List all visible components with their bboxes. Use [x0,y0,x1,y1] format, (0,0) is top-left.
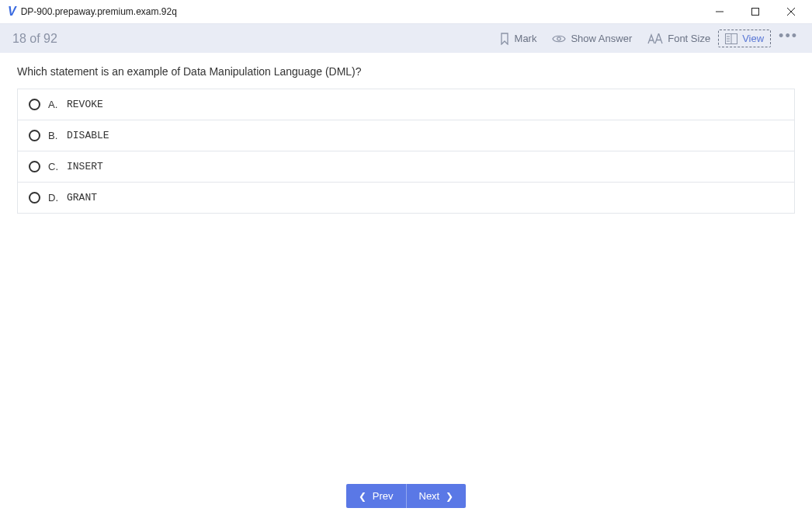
choice-a[interactable]: A. REVOKE [18,89,794,120]
radio-icon [29,192,40,204]
next-label: Next [419,490,440,502]
minimize-button[interactable] [702,0,737,23]
question-counter: 18 of 92 [12,32,57,46]
chevron-right-icon: ❯ [446,492,453,501]
chevron-left-icon: ❮ [359,492,366,501]
choice-c[interactable]: C. INSERT [18,151,794,183]
view-button[interactable]: View [718,30,771,47]
svg-point-1 [557,37,560,40]
show-answer-button[interactable]: Show Answer [544,30,640,47]
view-label: View [742,33,764,44]
choice-b[interactable]: B. DISABLE [18,120,794,151]
choice-text: REVOKE [67,99,103,110]
maximize-icon [751,8,759,16]
font-size-icon [647,33,663,44]
close-button[interactable] [773,0,809,23]
radio-icon [29,161,40,172]
prev-label: Prev [373,490,394,502]
eye-icon [552,34,566,44]
choice-letter: B. [48,130,59,141]
choice-text: INSERT [67,161,103,172]
content-area: Which statement is an example of Data Ma… [0,53,812,473]
prev-button[interactable]: ❮ Prev [346,484,407,508]
window-title: DP-900.prepaway.premium.exam.92q [21,6,177,17]
choice-d[interactable]: D. GRANT [18,183,794,213]
nav-buttons: ❮ Prev Next ❯ [346,484,466,508]
mark-label: Mark [515,33,537,44]
footer: ❮ Prev Next ❯ [0,473,812,522]
choice-letter: A. [48,99,59,110]
mark-button[interactable]: Mark [491,30,545,48]
ellipsis-icon: ••• [779,28,798,44]
svg-rect-0 [752,9,759,16]
app-logo-icon: V [8,5,16,19]
choice-text: DISABLE [67,130,109,141]
radio-icon [29,130,40,141]
choice-letter: D. [48,192,59,204]
view-layout-icon [725,33,737,44]
bookmark-icon [499,33,510,45]
close-icon [787,8,795,16]
minimize-icon [716,8,724,16]
choices-list: A. REVOKE B. DISABLE C. INSERT D. GRANT [17,89,795,214]
toolbar: 18 of 92 Mark Show Answer Font Size View… [0,23,812,53]
radio-icon [29,99,40,110]
choice-letter: C. [48,161,59,172]
more-button[interactable]: ••• [771,28,803,49]
font-size-label: Font Size [668,33,710,44]
next-button[interactable]: Next ❯ [407,484,467,508]
choice-text: GRANT [67,192,97,204]
titlebar: V DP-900.prepaway.premium.exam.92q [0,0,812,23]
question-text: Which statement is an example of Data Ma… [17,65,795,78]
show-answer-label: Show Answer [571,33,632,44]
font-size-button[interactable]: Font Size [640,30,718,47]
maximize-button[interactable] [737,0,773,23]
